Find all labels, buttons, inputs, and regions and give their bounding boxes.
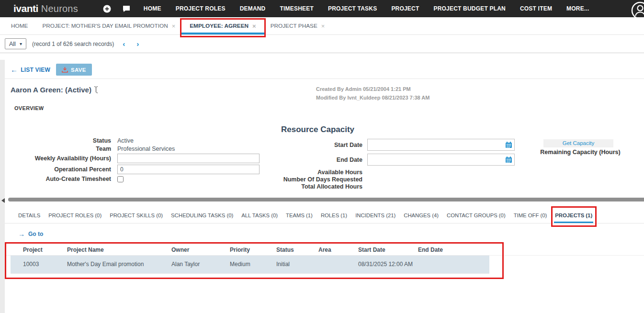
operational-percent-input[interactable] [117, 165, 260, 174]
add-icon[interactable] [103, 5, 111, 13]
save-icon [62, 67, 68, 73]
subtab-roles[interactable]: ROLES (1) [321, 212, 347, 218]
subtab-project-roles[interactable]: PROJECT ROLES (0) [48, 212, 102, 218]
list-view-label: LIST VIEW [21, 67, 50, 73]
created-by-text: Created By Admin 05/21/2004 1:21 PM [316, 85, 429, 93]
projects-table: Project Project Name Owner Priority Stat… [11, 244, 489, 274]
chat-icon[interactable] [123, 5, 130, 12]
horizontal-scrollbar[interactable] [8, 198, 644, 201]
tab-label: PROJECT PHASE [271, 22, 317, 29]
nav-item-project-budget-plan[interactable]: PROJECT BUDGET PLAN [433, 5, 505, 12]
resource-capacity-section: Resource Capacity Start Date End Date [271, 125, 520, 190]
col-end-date[interactable]: End Date [418, 246, 489, 253]
subtab-all-tasks[interactable]: ALL TASKS (0) [241, 212, 278, 218]
operational-percent-label: Operational Percent [11, 166, 111, 173]
available-hours-label: Available Hours [271, 169, 362, 176]
col-area[interactable]: Area [318, 246, 358, 253]
save-button[interactable]: SAVE [56, 64, 92, 76]
divider [5, 255, 644, 256]
subtab-teams[interactable]: TEAMS (1) [286, 212, 313, 218]
table-row[interactable]: 10003 Mother's Day Email promotion Alan … [11, 255, 489, 274]
col-owner[interactable]: Owner [171, 246, 230, 253]
user-avatar-icon[interactable] [630, 0, 644, 17]
remaining-capacity-label: Remaining Capacity (Hours) [523, 149, 638, 156]
total-allocated-label: Total Allocated Hours [271, 183, 362, 190]
nav-item-project-roles[interactable]: PROJECT ROLES [176, 5, 226, 12]
nav-item-home[interactable]: HOME [144, 5, 161, 12]
col-status[interactable]: Status [276, 246, 318, 253]
scroll-left-arrow-icon[interactable] [1, 198, 5, 203]
team-value: Professional Services [117, 145, 261, 152]
go-to-label: Go to [28, 231, 43, 237]
page-title: Aaron A Green: (Active) [11, 86, 98, 94]
status-label: Status [11, 137, 111, 144]
nav-item-cost-item[interactable]: COST ITEM [520, 5, 552, 12]
text-cursor-icon [94, 86, 98, 93]
left-gutter [0, 60, 5, 313]
col-priority[interactable]: Priority [230, 246, 276, 253]
divider [5, 223, 644, 224]
next-record-icon[interactable]: › [134, 40, 142, 48]
brand-ivanti: ivanti [13, 3, 38, 14]
tab-home[interactable]: HOME [4, 17, 35, 34]
record-filter-value: All [9, 41, 16, 47]
close-icon[interactable]: × [321, 23, 325, 29]
modified-by-text: Modified By Ivnt_Kuldeep 08/21/2023 7:38… [316, 93, 429, 102]
nav-item-timesheet[interactable]: TIMESHEET [280, 5, 314, 12]
top-nav: ivanti Neurons HOME PROJECT ROLES DEMAND… [0, 0, 644, 17]
list-view-button[interactable]: ← LIST VIEW [11, 66, 50, 74]
start-date-label: Start Date [271, 142, 362, 148]
close-icon[interactable]: × [252, 23, 256, 29]
subtab-contact-groups[interactable]: CONTACT GROUPS (0) [447, 212, 506, 218]
arrow-right-icon: → [18, 230, 25, 238]
table-header-row: Project Project Name Owner Priority Stat… [11, 244, 489, 255]
subtab-project-skills[interactable]: PROJECT SKILLS (0) [110, 212, 163, 218]
nav-item-demand[interactable]: DEMAND [240, 5, 266, 12]
end-date-input[interactable] [367, 154, 515, 166]
related-tabs: DETAILS PROJECT ROLES (0) PROJECT SKILLS… [18, 212, 592, 218]
chevron-down-icon: ▾ [20, 41, 22, 46]
form-toolbar: ← LIST VIEW SAVE [11, 64, 92, 76]
tab-label: HOME [11, 22, 28, 29]
subtab-changes[interactable]: CHANGES (4) [404, 212, 439, 218]
previous-record-icon[interactable]: ‹ [120, 40, 128, 48]
record-filter-select[interactable]: All ▾ [5, 38, 26, 49]
status-value: Active [117, 137, 261, 144]
col-project-name[interactable]: Project Name [67, 246, 171, 253]
brand-logo[interactable]: ivanti Neurons [13, 3, 78, 14]
subtab-scheduling-tasks[interactable]: SCHEDULING TASKS (0) [171, 212, 233, 218]
calendar-icon[interactable] [505, 156, 512, 165]
days-requested-label: Number Of Days Requested [271, 176, 362, 183]
nav-item-project[interactable]: PROJECT [391, 5, 419, 12]
subtab-incidents[interactable]: INCIDENTS (21) [355, 212, 395, 218]
record-count-text: (record 1 of 626 search records) [32, 41, 114, 47]
auto-create-timesheet-label: Auto-Create Timesheet [11, 176, 111, 182]
weekly-availability-label: Weekly Availability (Hours) [11, 155, 111, 162]
cell-owner: Alan Taylor [171, 261, 230, 268]
main-menu: HOME PROJECT ROLES DEMAND TIMESHEET PROJ… [144, 5, 589, 12]
col-start-date[interactable]: Start Date [358, 246, 418, 253]
tab-project-phase[interactable]: PROJECT PHASE × [263, 17, 332, 34]
cell-project-name: Mother's Day Email promotion [67, 261, 171, 268]
close-icon[interactable]: × [172, 23, 176, 29]
go-to-button[interactable]: → Go to [18, 230, 43, 238]
overview-section-label: OVERVIEW [14, 105, 44, 111]
weekly-availability-input[interactable] [117, 154, 260, 163]
team-label: Team [11, 145, 111, 152]
get-capacity-button[interactable]: Get Capacity [543, 139, 613, 147]
subtab-projects[interactable]: PROJECTS (1) [555, 212, 592, 218]
nav-item-project-tasks[interactable]: PROJECT TASKS [328, 5, 377, 12]
app-window: ivanti Neurons HOME PROJECT ROLES DEMAND… [0, 0, 644, 313]
tab-bar: HOME PROJECT: MOTHER'S DAY EMAIL PROMOTI… [0, 17, 644, 35]
col-project[interactable]: Project [23, 246, 67, 253]
subtab-time-off[interactable]: TIME OFF (0) [514, 212, 547, 218]
tab-project-mothers-day[interactable]: PROJECT: MOTHER'S DAY EMAIL PROMOTION × [35, 17, 182, 34]
start-date-input[interactable] [367, 139, 515, 151]
calendar-icon[interactable] [505, 141, 512, 150]
auto-create-timesheet-checkbox[interactable] [117, 176, 124, 182]
nav-item-more[interactable]: MORE... [566, 5, 589, 12]
resource-capacity-title: Resource Capacity [281, 125, 520, 134]
tab-employee-agreen[interactable]: EMPLOYEE: AGREEN × [182, 17, 263, 34]
subtab-details[interactable]: DETAILS [18, 212, 40, 218]
cell-start-date: 08/31/2025 12:00 AM [358, 261, 418, 268]
